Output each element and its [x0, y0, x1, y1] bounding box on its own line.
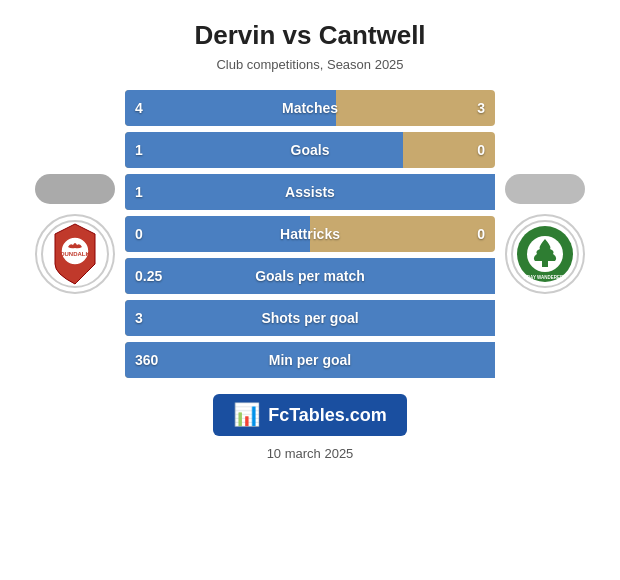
- stat-left-value: 1: [125, 184, 165, 200]
- stat-label: Min per goal: [165, 352, 455, 368]
- comparison-area: DUNDALK 4Matches31Goals01Assists0Hattric…: [10, 90, 610, 378]
- svg-rect-6: [542, 261, 548, 267]
- left-team-logo-area: DUNDALK: [25, 174, 125, 294]
- page-title: Dervin vs Cantwell: [194, 20, 425, 51]
- stat-left-value: 360: [125, 352, 165, 368]
- stat-label: Hattricks: [165, 226, 455, 242]
- stat-left-value: 0.25: [125, 268, 165, 284]
- stat-label: Goals per match: [165, 268, 455, 284]
- svg-text:DUNDALK: DUNDALK: [60, 251, 90, 257]
- stat-row: 360Min per goal: [125, 342, 495, 378]
- stat-label: Assists: [165, 184, 455, 200]
- stat-left-value: 3: [125, 310, 165, 326]
- stat-left-value: 4: [125, 100, 165, 116]
- stat-left-value: 1: [125, 142, 165, 158]
- stat-label: Shots per goal: [165, 310, 455, 326]
- stat-label: Matches: [165, 100, 455, 116]
- stat-label: Goals: [165, 142, 455, 158]
- cantwell-club-logo: BRAY WANDERERS: [505, 214, 585, 294]
- right-team-logo-area: BRAY WANDERERS: [495, 174, 595, 294]
- page-subtitle: Club competitions, Season 2025: [216, 57, 403, 72]
- stat-row: 3Shots per goal: [125, 300, 495, 336]
- stat-right-value: 0: [455, 226, 495, 242]
- stats-container: 4Matches31Goals01Assists0Hattricks00.25G…: [125, 90, 495, 378]
- stat-row: 4Matches3: [125, 90, 495, 126]
- fctables-label: FcTables.com: [268, 405, 387, 426]
- stat-left-value: 0: [125, 226, 165, 242]
- match-date: 10 march 2025: [267, 446, 354, 461]
- stat-right-value: 0: [455, 142, 495, 158]
- dervin-club-logo: DUNDALK: [35, 214, 115, 294]
- stat-row: 1Assists: [125, 174, 495, 210]
- stat-row: 1Goals0: [125, 132, 495, 168]
- fctables-branding: 📊 FcTables.com: [213, 394, 407, 436]
- right-team-banner: [505, 174, 585, 204]
- left-team-banner: [35, 174, 115, 204]
- stat-row: 0Hattricks0: [125, 216, 495, 252]
- fctables-icon: 📊: [233, 402, 260, 428]
- svg-text:BRAY WANDERERS: BRAY WANDERERS: [524, 275, 567, 280]
- stat-row: 0.25Goals per match: [125, 258, 495, 294]
- stat-right-value: 3: [455, 100, 495, 116]
